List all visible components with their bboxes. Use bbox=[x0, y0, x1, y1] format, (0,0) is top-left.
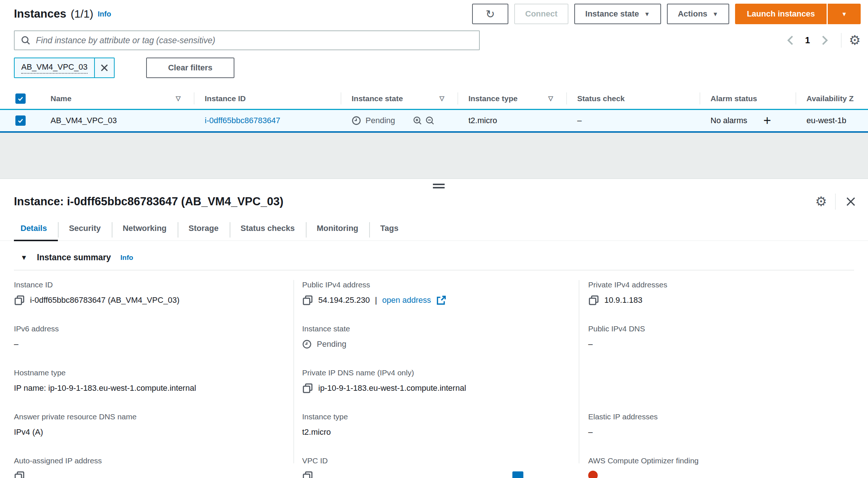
search-box bbox=[14, 30, 480, 50]
info-link[interactable]: Info bbox=[120, 254, 133, 262]
state-filter-tools bbox=[413, 116, 435, 125]
divider bbox=[835, 194, 836, 210]
instance-type-value: t2.micro bbox=[468, 116, 497, 125]
column-header-instance-state[interactable]: Instance state ▽ bbox=[341, 88, 457, 109]
page-number[interactable]: 1 bbox=[801, 35, 813, 45]
field-label: AWS Compute Optimizer finding bbox=[588, 456, 868, 466]
select-all-checkbox[interactable] bbox=[15, 93, 26, 104]
field-answer-private-dns: Answer private resource DNS name IPv4 (A… bbox=[14, 412, 293, 438]
table-header-row: Name ▽ Instance ID Instance state ▽ Inst… bbox=[0, 88, 868, 109]
copy-icon[interactable] bbox=[302, 295, 313, 306]
tab-networking[interactable]: Networking bbox=[112, 218, 178, 240]
pending-clock-icon bbox=[352, 116, 361, 125]
row-checkbox[interactable] bbox=[15, 115, 26, 126]
separator: | bbox=[375, 295, 377, 306]
cell-instance-state: Pending bbox=[341, 110, 457, 131]
actions-menu-button[interactable]: Actions ▼ bbox=[667, 4, 730, 24]
search-input[interactable] bbox=[36, 31, 473, 49]
clear-filters-button[interactable]: Clear filters bbox=[146, 58, 234, 78]
connect-button[interactable]: Connect bbox=[514, 4, 568, 24]
instances-table: Name ▽ Instance ID Instance state ▽ Inst… bbox=[0, 88, 868, 133]
field-public-ipv4: Public IPv4 address 54.194.25.230 | open… bbox=[302, 280, 579, 306]
actions-label: Actions bbox=[678, 9, 708, 19]
search-icon bbox=[21, 35, 31, 45]
chevron-down-icon: ▼ bbox=[712, 11, 718, 18]
instance-name: AB_VM4_VPC_03 bbox=[51, 116, 117, 125]
column-label: Instance ID bbox=[205, 94, 246, 103]
previous-page-button[interactable] bbox=[782, 32, 799, 49]
cell-alarm-status: No alarms + bbox=[700, 110, 795, 131]
field-instance-type: Instance type t2.micro bbox=[302, 412, 579, 438]
collapse-triangle-icon[interactable]: ▼ bbox=[21, 254, 27, 262]
column-header-instance-id[interactable]: Instance ID bbox=[194, 88, 341, 109]
copy-icon[interactable] bbox=[14, 471, 25, 478]
pending-clock-icon bbox=[302, 339, 312, 349]
cell-name: AB_VM4_VPC_03 bbox=[37, 110, 194, 131]
field-label: Instance state bbox=[302, 324, 579, 334]
instance-id-link[interactable]: i-0dff65bbc86783647 bbox=[205, 116, 280, 125]
copy-icon[interactable] bbox=[302, 471, 313, 478]
gear-icon: ⚙ bbox=[849, 33, 861, 48]
preferences-gear-button[interactable]: ⚙ bbox=[849, 34, 861, 47]
filter-chip-label: AB_VM4_VPC_03 bbox=[15, 58, 94, 77]
remove-filter-button[interactable] bbox=[94, 58, 114, 77]
refresh-button[interactable]: ↻ bbox=[472, 4, 508, 24]
details-preferences-button[interactable]: ⚙ bbox=[815, 195, 827, 208]
column-header-name[interactable]: Name ▽ bbox=[37, 88, 194, 109]
next-page-button[interactable] bbox=[816, 32, 834, 49]
gear-icon: ⚙ bbox=[815, 194, 827, 209]
copy-icon[interactable] bbox=[588, 295, 599, 306]
table-row[interactable]: AB_VM4_VPC_03 i-0dff65bbc86783647 Pendin… bbox=[0, 109, 868, 133]
close-icon bbox=[100, 63, 109, 73]
open-address-link[interactable]: open address bbox=[382, 295, 431, 306]
tab-status-checks[interactable]: Status checks bbox=[230, 218, 306, 240]
instance-state-menu-button[interactable]: Instance state ▼ bbox=[574, 4, 661, 24]
zoom-out-icon[interactable] bbox=[425, 116, 435, 125]
column-header-availability-zone[interactable]: Availability Z bbox=[795, 88, 868, 109]
section-title: Instance summary bbox=[37, 253, 111, 262]
tab-monitoring[interactable]: Monitoring bbox=[306, 218, 370, 240]
launch-instances-button[interactable]: Launch instances bbox=[735, 4, 827, 24]
filter-chip[interactable]: AB_VM4_VPC_03 bbox=[14, 58, 115, 78]
close-icon bbox=[845, 196, 856, 207]
sort-icon: ▽ bbox=[439, 95, 444, 102]
column-label: Name bbox=[51, 94, 71, 103]
column-header-alarm-status[interactable]: Alarm status bbox=[700, 88, 795, 109]
split-panel-drag-handle[interactable] bbox=[433, 184, 445, 190]
zoom-in-icon[interactable] bbox=[413, 116, 422, 125]
check-icon bbox=[17, 95, 24, 102]
add-alarm-button[interactable]: + bbox=[763, 113, 771, 128]
toolbar-actions: ↻ Connect Instance state ▼ Actions ▼ Lau… bbox=[472, 4, 861, 24]
page-title: Instances bbox=[14, 7, 66, 21]
field-instance-state: Instance state Pending bbox=[302, 324, 579, 350]
tab-tags[interactable]: Tags bbox=[369, 218, 409, 240]
ec2-instances-page: Instances (1/1) Info ↻ Connect Instance … bbox=[0, 0, 868, 478]
field-value: IP name: ip-10-9-1-183.eu-west-1.compute… bbox=[14, 383, 196, 394]
tab-security[interactable]: Security bbox=[58, 218, 112, 240]
field-label: Hostname type bbox=[14, 368, 293, 378]
launch-instances-caret-button[interactable]: ▼ bbox=[828, 4, 861, 24]
sort-icon: ▽ bbox=[176, 95, 181, 102]
field-hostname-type: Hostname type IP name: ip-10-9-1-183.eu-… bbox=[14, 368, 293, 394]
field-value: – bbox=[14, 339, 18, 350]
alarm-status-value: No alarms bbox=[711, 116, 747, 125]
field-label: VPC ID bbox=[302, 456, 579, 466]
close-panel-button[interactable] bbox=[844, 195, 858, 209]
copy-icon[interactable] bbox=[14, 295, 25, 306]
info-link[interactable]: Info bbox=[98, 10, 111, 18]
details-header-actions: ⚙ bbox=[815, 194, 858, 210]
column-header-status-check[interactable]: Status check bbox=[566, 88, 700, 109]
tab-details[interactable]: Details bbox=[14, 218, 58, 240]
instance-details-panel: Instance: i-0dff65bbc86783647 (AB_VM4_VP… bbox=[0, 179, 868, 434]
copy-icon[interactable] bbox=[302, 383, 313, 394]
field-public-ipv4-dns: Public IPv4 DNS – bbox=[588, 324, 868, 350]
chevron-left-icon bbox=[786, 35, 795, 46]
instance-summary-header: ▼ Instance summary Info bbox=[0, 241, 868, 262]
state-badge: Pending bbox=[352, 116, 395, 125]
select-all-cell bbox=[0, 88, 37, 109]
column-header-instance-type[interactable]: Instance type ▽ bbox=[457, 88, 566, 109]
tab-storage[interactable]: Storage bbox=[178, 218, 230, 240]
empty-slot bbox=[588, 368, 868, 412]
field-compute-optimizer: AWS Compute Optimizer finding bbox=[588, 456, 868, 478]
cell-instance-id: i-0dff65bbc86783647 bbox=[194, 110, 341, 131]
